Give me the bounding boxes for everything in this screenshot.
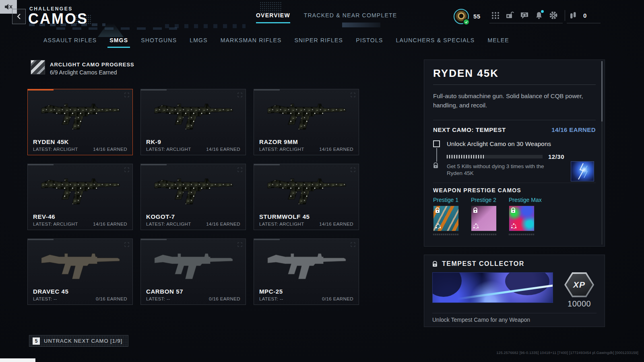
- player-level: 55: [473, 13, 481, 20]
- divider: [433, 120, 596, 120]
- challenge-connector-line: [436, 148, 437, 162]
- page-title: CAMOS: [28, 10, 88, 27]
- camos-challenges-screen: CHALLENGES CAMOS OVERVIEWTRACKED & NEAR …: [0, 0, 644, 362]
- back-button[interactable]: [12, 9, 26, 24]
- prestige-camo-swatch[interactable]: [471, 206, 497, 231]
- weapon-earned-count: 14/16 EARNED: [319, 147, 353, 152]
- apps-grid-icon[interactable]: [491, 11, 500, 20]
- weapon-latest-camo: LATEST: ARCLIGHT: [33, 222, 78, 226]
- weapon-earned-count: 0/16 EARNED: [322, 296, 353, 301]
- weapon-image: [37, 95, 124, 133]
- card-accent-strip: [254, 89, 280, 90]
- weapon-name: MPC-25: [259, 288, 283, 295]
- challenge-progress-bar: [447, 155, 543, 158]
- prestige-emblem-icon: [511, 223, 517, 229]
- weapon-earned-count: 14/16 EARNED: [93, 222, 127, 226]
- prestige-camo-prestige-max: Prestige Max: [509, 197, 535, 235]
- detail-scrollbar[interactable]: [601, 61, 603, 245]
- weapon-latest-camo: LATEST: ARCLIGHT: [259, 222, 304, 226]
- weapon-tab-marksman-rifles[interactable]: MARKSMAN RIFLES: [221, 37, 282, 48]
- scrollbar-thumb[interactable]: [601, 61, 603, 121]
- challenge-progress-count: 12/30: [548, 153, 564, 160]
- weapon-detail-panel: RYDEN 45K Full-auto submachine gun. Soli…: [424, 60, 605, 247]
- track-status-icon: [351, 167, 355, 172]
- currency-value: 0: [583, 12, 586, 19]
- challenge-checkbox[interactable]: [433, 140, 440, 147]
- view-tab-overview[interactable]: OVERVIEW: [256, 12, 290, 23]
- weapon-tab-lmgs[interactable]: LMGS: [190, 37, 207, 48]
- weapon-latest-camo: LATEST: ARCLIGHT: [146, 147, 191, 152]
- weapon-name: RYDEN 45K: [33, 138, 69, 145]
- online-status-badge: [463, 19, 470, 25]
- track-status-icon: [351, 93, 355, 97]
- weapon-class-tabs: ASSAULT RIFLESSMGSSHOTGUNSLMGSMARKSMAN R…: [43, 37, 509, 48]
- xp-badge: XP: [564, 272, 594, 297]
- key-hint: 5: [33, 337, 40, 345]
- challenge-title: Unlock Arclight Camo on 30 Weapons: [447, 140, 596, 147]
- weapon-name: RAZOR 9MM: [259, 138, 298, 145]
- weapon-card-ryden-45k[interactable]: RYDEN 45KLATEST: ARCLIGHT14/16 EARNED: [27, 89, 133, 155]
- weapon-tab-sniper-rifles[interactable]: SNIPER RIFLES: [295, 37, 343, 48]
- card-accent-strip: [141, 164, 167, 165]
- challenge-progress-fill: [447, 155, 485, 158]
- weapon-tab-launchers-specials[interactable]: LAUNCHERS & SPECIALS: [396, 37, 475, 48]
- prestige-camo-progress-bar: [471, 234, 497, 235]
- social-chat-icon[interactable]: [520, 11, 529, 20]
- weapon-latest-camo: LATEST: ARCLIGHT: [259, 147, 304, 152]
- weapon-tab-pistols[interactable]: PISTOLS: [356, 37, 383, 48]
- weapon-tab-assault-rifles[interactable]: ASSAULT RIFLES: [43, 37, 97, 48]
- arclight-camo-thumbnail: [31, 60, 45, 74]
- card-accent-strip: [28, 239, 54, 240]
- weapon-image: [150, 245, 237, 282]
- weapon-earned-count: 14/16 EARNED: [319, 222, 353, 226]
- weapon-tab-shotguns[interactable]: SHOTGUNS: [141, 37, 177, 48]
- card-accent-strip: [254, 239, 280, 240]
- prestige-camo-prestige-2: Prestige 2: [471, 197, 497, 235]
- xp-reward-value: 10000: [562, 299, 597, 309]
- weapon-card-dravec-45[interactable]: DRAVEC 45LATEST: --0/16 EARNED: [27, 239, 133, 305]
- detail-weapon-description: Full-auto submachine gun. Solid balance …: [433, 91, 585, 110]
- weapon-latest-camo: LATEST: --: [146, 296, 170, 301]
- tempest-collector-artwork: [432, 272, 553, 303]
- weapon-image: [37, 245, 124, 282]
- debug-telemetry-text: 125.2576682 [96-0.1335] 10418+11 [7400] …: [496, 351, 638, 355]
- untrack-next-camo-button[interactable]: 5 UNTRACK NEXT CAMO [1/9]: [29, 335, 128, 347]
- notifications-icon[interactable]: [535, 11, 543, 20]
- settings-icon[interactable]: [549, 11, 558, 20]
- weapon-earned-count: 14/16 EARNED: [93, 147, 127, 152]
- artwork-silhouette: [432, 272, 462, 297]
- weapon-latest-camo: LATEST: --: [33, 296, 57, 301]
- weapon-card-sturmwolf-45[interactable]: STURMWOLF 45LATEST: ARCLIGHT14/16 EARNED: [254, 164, 359, 230]
- weapon-earned-count: 0/16 EARNED: [209, 296, 240, 301]
- weapon-earned-count: 0/16 EARNED: [96, 296, 127, 301]
- camo-progress-title: ARCLIGHT CAMO PROGRESS: [50, 62, 134, 68]
- weapon-card-razor-9mm[interactable]: RAZOR 9MMLATEST: ARCLIGHT14/16 EARNED: [254, 89, 359, 155]
- currency-group: 0: [569, 11, 586, 19]
- prestige-camo-swatch[interactable]: [433, 206, 459, 231]
- weapon-tab-smgs[interactable]: SMGS: [109, 37, 128, 48]
- locker-card-icon[interactable]: [506, 11, 514, 20]
- weapon-name: REV-46: [33, 213, 55, 220]
- hud-divider: [565, 10, 565, 21]
- weapon-tab-melee[interactable]: MELEE: [487, 37, 509, 48]
- weapon-earned-count: 14/16 EARNED: [206, 147, 240, 152]
- card-accent-strip: [28, 89, 54, 90]
- prestige-camo-label: Prestige 1: [433, 197, 459, 203]
- weapon-card-rev-46[interactable]: REV-46LATEST: ARCLIGHT14/16 EARNED: [27, 164, 133, 230]
- view-tab-tracked-near-complete[interactable]: TRACKED & NEAR COMPLETE: [304, 12, 397, 22]
- chevron-left-icon: [17, 13, 21, 20]
- prestige-camo-swatch[interactable]: [509, 206, 535, 231]
- card-accent-strip: [28, 164, 54, 165]
- weapon-card-rk-9[interactable]: RK-9LATEST: ARCLIGHT14/16 EARNED: [140, 89, 246, 155]
- lock-icon: [432, 261, 438, 267]
- track-status-icon: [124, 167, 129, 172]
- weapon-image: [263, 95, 351, 133]
- weapon-card-kogot-7[interactable]: KOGOT-7LATEST: ARCLIGHT14/16 EARNED: [140, 164, 246, 230]
- collector-subtitle: Unlock Tempest Camo for any Weapon: [432, 313, 597, 323]
- lock-icon: [473, 208, 478, 213]
- track-status-icon: [124, 93, 129, 97]
- glitch-decoration: [165, 24, 246, 28]
- weapon-card-carbon-57[interactable]: CARBON 57LATEST: --0/16 EARNED: [140, 239, 246, 305]
- weapon-card-mpc-25[interactable]: MPC-25LATEST: --0/16 EARNED: [254, 239, 359, 305]
- tempest-collector-panel[interactable]: TEMPEST COLLECTOR XP 10000 Unlock Tempes…: [424, 255, 605, 327]
